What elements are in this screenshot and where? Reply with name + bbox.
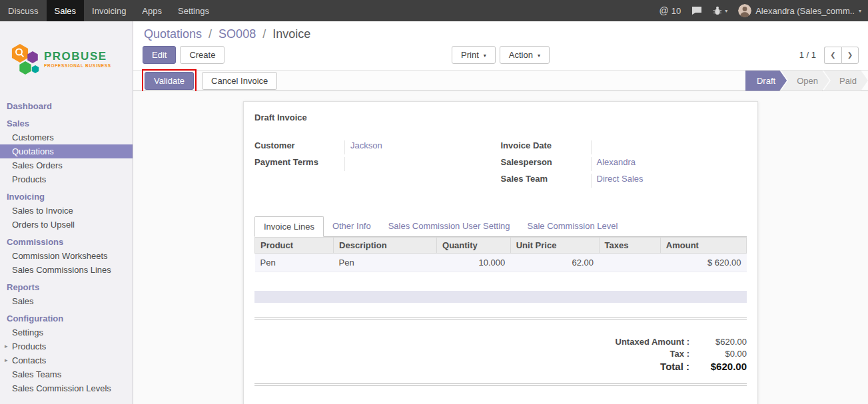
action-label: Action [509,51,533,59]
invoice-date-field: Invoice Date [501,140,747,154]
state-open[interactable]: Open [781,71,829,91]
sidebar-header-invoicing[interactable]: Invoicing [0,190,133,204]
column-header-product[interactable]: Product [255,238,334,254]
payment-terms-label: Payment Terms [254,157,344,171]
mention-icon: @ [659,5,668,16]
sidebar-item-config-products[interactable]: ▸ Products [0,339,133,353]
sidebar: PROBUSE PROFESSIONAL BUSINESS Dashboard … [0,21,133,404]
breadcrumb-quotations[interactable]: Quotations [144,27,202,41]
total-value: $620.00 [689,361,747,372]
invoice-line-row[interactable]: Pen Pen 10.000 62.00 $ 620.00 [255,254,747,272]
sidebar-item-sales-commissions-lines[interactable]: Sales Commissions Lines [0,263,133,277]
state-draft[interactable]: Draft [745,71,787,91]
breadcrumb-invoice: Invoice [272,27,310,41]
totals-block: Untaxed Amount : $620.00 Tax : $0.00 Tot… [254,337,747,372]
validate-button[interactable]: Validate [145,72,194,90]
sidebar-header-dashboard[interactable]: Dashboard [0,99,133,113]
print-dropdown-button[interactable]: Print ▾ [452,46,496,64]
cancel-invoice-button[interactable]: Cancel Invoice [202,72,277,90]
create-button[interactable]: Create [180,46,224,64]
control-panel-row: Edit Create Print ▾ Action ▾ 1 / 1 [133,43,868,70]
systray: @ 10 ▾ Alexandra (Sales_comm.. ▾ [659,0,868,21]
tab-other-info[interactable]: Other Info [324,216,380,237]
sidebar-item-reports-sales[interactable]: Sales [0,294,133,308]
breadcrumb-so008[interactable]: SO008 [218,27,256,41]
sidebar-item-customers[interactable]: Customers [0,130,133,144]
breadcrumb-separator: / [262,27,266,41]
expand-caret-icon[interactable]: ▸ [5,357,8,363]
untaxed-amount-value: $620.00 [689,337,747,347]
activity-count: 10 [671,6,681,16]
payment-terms-field: Payment Terms [254,157,501,171]
cell-description: Pen [334,254,437,272]
sidebar-item-config-contacts[interactable]: ▸ Contacts [0,353,133,367]
sidebar-item-orders-to-upsell[interactable]: Orders to Upsell [0,218,133,232]
cell-quantity: 10.000 [437,254,511,272]
pager-next-button[interactable]: ❯ [841,47,859,64]
column-header-quantity[interactable]: Quantity [437,238,511,254]
invoice-lines-table: Product Description Quantity Unit Price … [254,237,747,272]
cell-product: Pen [255,254,334,272]
table-header-row: Product Description Quantity Unit Price … [255,238,747,254]
total-row: Total : $620.00 [660,361,747,372]
customer-field: Customer Jackson [254,140,501,154]
sidebar-item-sales-teams[interactable]: Sales Teams [0,367,133,381]
pager-previous-button[interactable]: ❮ [824,47,841,64]
sidebar-item-sales-orders[interactable]: Sales Orders [0,158,133,172]
sidebar-item-products[interactable]: Products [0,172,133,186]
cell-taxes [599,254,660,272]
notebook-tabs: Invoice Lines Other Info Sales Commissio… [254,216,747,237]
untaxed-amount-row: Untaxed Amount : $620.00 [616,337,747,347]
edit-button[interactable]: Edit [143,46,176,64]
user-name: Alexandra (Sales_comm.. [755,6,855,16]
sidebar-item-config-settings[interactable]: Settings [0,325,133,339]
customer-value[interactable]: Jackson [344,140,501,154]
top-menus: Discuss Sales Invoicing Apps Settings [0,0,217,21]
tab-sales-commission-user-setting[interactable]: Sales Commission User Setting [380,216,519,237]
statusbar-states: Draft Open Paid [745,71,868,91]
caret-down-icon: ▾ [484,53,486,59]
top-menu-apps[interactable]: Apps [134,0,170,21]
statusbar: Validate Cancel Invoice Draft Open Paid [133,70,868,91]
sidebar-header-reports[interactable]: Reports [0,280,133,294]
caret-down-icon: ▾ [859,8,861,14]
state-paid[interactable]: Paid [823,71,868,91]
sidebar-header-configuration[interactable]: Configuration [0,311,133,325]
sidebar-item-sales-to-invoice[interactable]: Sales to Invoice [0,204,133,218]
salesperson-field: Salesperson Alexandra [501,157,747,171]
caret-down-icon: ▾ [538,53,540,59]
sidebar-item-sales-commission-levels[interactable]: Sales Commission Levels [0,381,133,395]
tab-invoice-lines[interactable]: Invoice Lines [254,216,324,237]
salesperson-value[interactable]: Alexandra [591,157,747,171]
activities-menu[interactable]: @ 10 [659,5,681,16]
print-label: Print [461,51,479,59]
column-header-taxes[interactable]: Taxes [599,238,660,254]
tab-sale-commission-level[interactable]: Sale Commission Level [519,216,627,237]
top-menu-invoicing[interactable]: Invoicing [84,0,134,21]
sidebar-item-quotations[interactable]: Quotations [0,144,133,158]
top-menu-discuss[interactable]: Discuss [0,0,47,21]
sales-team-value[interactable]: Direct Sales [591,174,747,188]
invoice-date-value [591,140,747,154]
sidebar-header-commissions[interactable]: Commissions [0,235,133,249]
action-dropdown-button[interactable]: Action ▾ [500,46,550,64]
top-menu-settings[interactable]: Settings [170,0,217,21]
total-label: Total : [660,361,689,372]
validate-annotation-box: Validate [142,69,197,93]
column-header-unit-price[interactable]: Unit Price [510,238,599,254]
sidebar-item-commission-worksheets[interactable]: Commission Worksheets [0,249,133,263]
sidebar-header-sales[interactable]: Sales [0,116,133,130]
messages-menu[interactable] [691,6,702,15]
chat-bubble-icon [691,6,702,15]
top-menu-sales[interactable]: Sales [47,0,85,21]
user-menu[interactable]: Alexandra (Sales_comm.. ▾ [738,4,861,17]
probuse-logo: PROBUSE PROFESSIONAL BUSINESS [0,21,133,96]
debug-menu[interactable]: ▾ [713,6,727,15]
content-area: Draft Invoice Customer Jackson Payment T… [133,91,868,404]
tax-label: Tax : [670,349,689,359]
column-header-description[interactable]: Description [334,238,437,254]
main-content: Quotations / SO008 / Invoice Edit Create… [133,21,868,404]
column-header-amount[interactable]: Amount [660,238,746,254]
invoice-state-title: Draft Invoice [254,112,747,122]
expand-caret-icon[interactable]: ▸ [5,343,8,349]
